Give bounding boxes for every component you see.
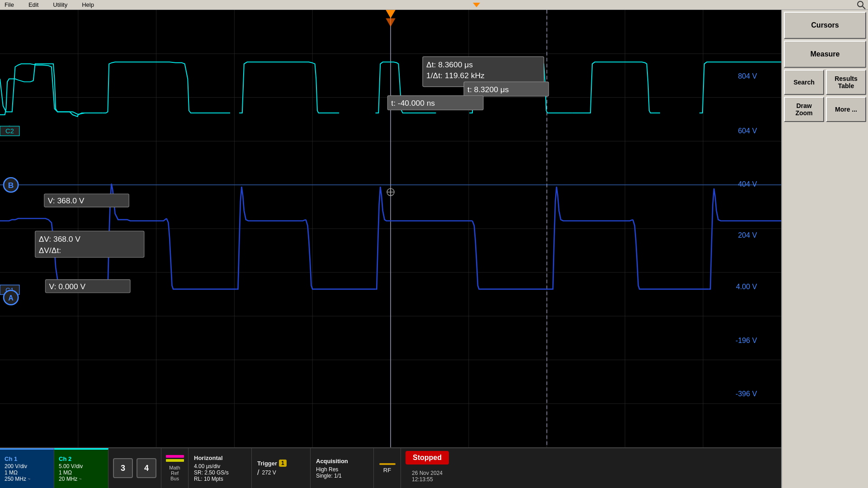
math-ref-bus-label: Math Ref Bus	[169, 465, 180, 481]
ch2-info[interactable]: Ch 2 5.00 V/div 1 MΩ 20 MHz ~	[54, 448, 108, 488]
svg-text:V:  0.000 V: V: 0.000 V	[49, 282, 86, 291]
svg-text:604 V: 604 V	[738, 127, 757, 135]
search-button[interactable]: Search	[784, 70, 824, 95]
waveform-area[interactable]: Δt: 8.3600 μs 1/Δt: 119.62 kHz t: 8.3200…	[0, 10, 781, 447]
ref-color-bar	[166, 459, 184, 462]
trigger-arrow-icon	[473, 3, 480, 7]
acquisition-info: Acquisition High Res Single: 1/1	[311, 448, 374, 488]
status-section: Stopped 26 Nov 2024 12:13:55	[401, 448, 453, 488]
scope-display: Δt: 8.3600 μs 1/Δt: 119.62 kHz t: 8.3200…	[0, 10, 781, 488]
svg-text:-196 V: -196 V	[736, 337, 757, 344]
waveform-canvas: Δt: 8.3600 μs 1/Δt: 119.62 kHz t: 8.3200…	[0, 10, 781, 447]
horizontal-rl: RL: 10 Mpts	[194, 476, 246, 482]
svg-text:404 V: 404 V	[738, 180, 757, 188]
time-display: 12:13:55	[412, 476, 443, 483]
right-sidebar: Cursors Measure Search Results Table Dra…	[781, 10, 868, 488]
svg-line-1	[863, 6, 865, 9]
date-display: 26 Nov 2024	[412, 470, 443, 476]
math-ref-bus[interactable]: Math Ref Bus	[161, 448, 189, 488]
cursors-button[interactable]: Cursors	[784, 12, 866, 39]
rf-label: RF	[383, 467, 391, 474]
svg-text:-396 V: -396 V	[736, 390, 757, 398]
menu-edit[interactable]: Edit	[26, 0, 41, 9]
svg-text:V:  368.0 V: V: 368.0 V	[48, 196, 85, 205]
ch2-vdiv: 5.00 V/div	[59, 463, 104, 469]
menu-help[interactable]: Help	[79, 0, 97, 9]
ch1-bw-icon: ~	[28, 477, 30, 482]
bottom-status-bar: Ch 1 200 V/div 1 MΩ 250 MHz ~ Ch 2 5.00 …	[0, 447, 781, 488]
ch1-bandwidth: 250 MHz ~	[5, 476, 49, 482]
ch2-name: Ch 2	[59, 455, 104, 462]
trigger-badge: 1	[279, 460, 287, 467]
rf-section[interactable]: RF	[374, 448, 401, 488]
rf-line	[379, 463, 396, 465]
horizontal-title: Horizontal	[194, 455, 246, 461]
measure-button[interactable]: Measure	[784, 41, 866, 68]
menu-utility[interactable]: Utility	[50, 0, 70, 9]
svg-text:B: B	[8, 181, 14, 190]
menu-file[interactable]: File	[2, 0, 17, 9]
stopped-button[interactable]: Stopped	[406, 451, 449, 465]
trigger-title: Trigger	[257, 460, 277, 467]
trigger-info: Trigger 1 / 272 V	[252, 448, 311, 488]
svg-text:t:   8.3200 μs: t: 8.3200 μs	[467, 85, 509, 94]
acquisition-seq: Single: 1/1	[316, 473, 368, 479]
main-area: Δt: 8.3600 μs 1/Δt: 119.62 kHz t: 8.3200…	[0, 10, 868, 488]
trigger-level: 272 V	[262, 469, 276, 476]
acquisition-title: Acquisition	[316, 458, 368, 465]
results-table-button[interactable]: Results Table	[826, 70, 866, 95]
ch2-bw-icon: ~	[79, 477, 82, 482]
menu-bar: File Edit Utility Help	[0, 0, 868, 10]
svg-text:804 V: 804 V	[738, 73, 757, 80]
math-color-bar	[166, 455, 184, 458]
svg-text:t:   -40.000 ns: t: -40.000 ns	[391, 99, 435, 108]
ch1-name: Ch 1	[5, 455, 49, 462]
ch2-impedance: 1 MΩ	[59, 469, 104, 476]
acquisition-mode: High Res	[316, 466, 368, 473]
more-button[interactable]: More ...	[826, 97, 866, 122]
svg-text:ΔV:     368.0 V: ΔV: 368.0 V	[39, 235, 81, 244]
trigger-slope-icon: /	[257, 469, 259, 477]
ch1-impedance: 1 MΩ	[5, 469, 49, 476]
svg-text:ΔV/Δt:: ΔV/Δt:	[39, 246, 61, 255]
svg-text:C2: C2	[5, 127, 14, 135]
horizontal-timediv: 4.00 μs/div	[194, 463, 246, 469]
svg-text:A: A	[8, 294, 14, 302]
horizontal-sr: SR: 2.50 GS/s	[194, 469, 246, 476]
btn-3[interactable]: 3	[113, 458, 133, 478]
channel-buttons: 3 4	[108, 448, 161, 488]
scope-search-icon[interactable]	[856, 0, 866, 10]
btn-4[interactable]: 4	[137, 458, 156, 478]
svg-text:1/Δt:  119.62 kHz: 1/Δt: 119.62 kHz	[426, 71, 485, 80]
horizontal-info: Horizontal 4.00 μs/div SR: 2.50 GS/s RL:…	[189, 448, 252, 488]
ch1-vdiv: 200 V/div	[5, 463, 49, 469]
svg-text:204 V: 204 V	[738, 231, 757, 239]
svg-text:Δt:   8.3600 μs: Δt: 8.3600 μs	[426, 60, 473, 69]
ch1-info[interactable]: Ch 1 200 V/div 1 MΩ 250 MHz ~	[0, 448, 54, 488]
svg-text:⋮: ⋮	[777, 228, 781, 240]
draw-zoom-button[interactable]: Draw Zoom	[784, 97, 824, 122]
datetime-section: 26 Nov 2024 12:13:55	[407, 467, 447, 485]
ch2-bandwidth: 20 MHz ~	[59, 476, 104, 482]
svg-text:4.00 V: 4.00 V	[736, 283, 757, 291]
svg-point-0	[858, 1, 863, 7]
